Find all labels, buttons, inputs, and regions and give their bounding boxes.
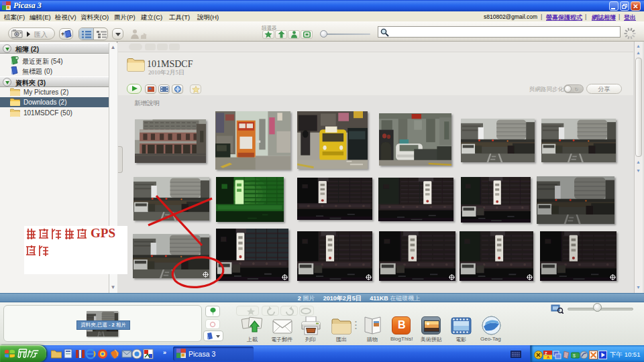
svg-text:$: $ xyxy=(573,353,576,358)
svg-text:A: A xyxy=(547,355,550,359)
svg-text:+: + xyxy=(61,31,64,38)
